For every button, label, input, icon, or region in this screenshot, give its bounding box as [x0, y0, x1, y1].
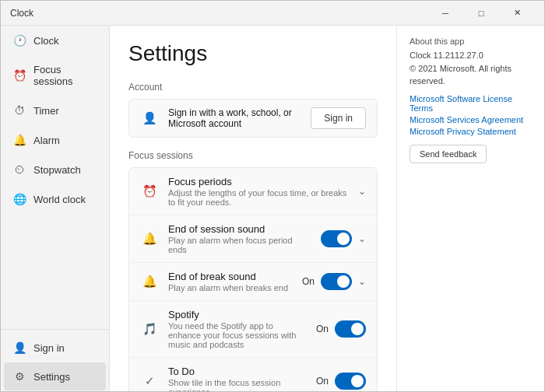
end-session-sound-row: 🔔 End of session sound Play an alarm whe…: [129, 215, 377, 263]
about-version: Clock 11.2112.27.0: [410, 51, 483, 60]
todo-icon: ✓: [140, 372, 159, 390]
signin-text: Sign in with a work, school, or Microsof…: [168, 107, 301, 129]
focus-periods-chevron[interactable]: ⌄: [358, 186, 366, 197]
signin-row: 👤 Sign in with a work, school, or Micros…: [129, 100, 377, 137]
focus-sessions-card: ⏰ Focus periods Adjust the lengths of yo…: [128, 167, 378, 391]
feedback-button[interactable]: Send feedback: [410, 145, 487, 163]
focus-periods-row: ⏰ Focus periods Adjust the lengths of yo…: [129, 168, 377, 215]
timer-icon: ⏱: [13, 104, 26, 117]
sidebar-label-clock: Clock: [33, 35, 59, 47]
end-session-chevron[interactable]: ⌄: [358, 233, 366, 244]
world-clock-icon: 🌐: [13, 193, 26, 205]
sidebar-label-timer: Timer: [33, 105, 59, 117]
sidebar-label-stopwatch: Stopwatch: [33, 164, 81, 176]
end-break-icon: 🔔: [140, 272, 159, 291]
sidebar-item-settings[interactable]: ⚙ Settings: [4, 362, 106, 390]
end-break-toggle[interactable]: [321, 273, 352, 290]
sidebar-item-timer[interactable]: ⏱ Timer: [4, 96, 106, 124]
stopwatch-icon: ⏲: [13, 163, 26, 176]
todo-on-label: On: [316, 376, 329, 387]
sidebar-label-world-clock: World clock: [33, 194, 86, 205]
spotify-desc: You need the Spotify app to enhance your…: [168, 321, 307, 349]
focus-icon: ⏰: [13, 69, 26, 82]
main-area: Settings Account 👤 Sign in with a work, …: [110, 26, 544, 391]
account-card: 👤 Sign in with a work, school, or Micros…: [128, 99, 378, 138]
spotify-on-label: On: [316, 324, 329, 334]
settings-icon: ⚙: [13, 370, 26, 383]
sidebar-item-focus-sessions[interactable]: ⏰ Focus sessions: [4, 56, 106, 95]
about-copyright: © 2021 Microsoft. All rights reserved.: [410, 64, 512, 86]
todo-title: To Do: [168, 366, 307, 377]
license-terms-link[interactable]: Microsoft Software License Terms: [410, 94, 532, 113]
end-session-icon: 🔔: [140, 229, 159, 248]
account-section-label: Account: [128, 82, 378, 93]
todo-desc: Show tile in the focus session experienc…: [168, 378, 307, 391]
end-break-on-label: On: [302, 276, 315, 287]
spotify-row: 🎵 Spotify You need the Spotify app to en…: [129, 301, 377, 358]
page-title: Settings: [128, 41, 378, 66]
account-icon: 👤: [140, 109, 159, 128]
end-break-sound-row: 🔔 End of break sound Play an alarm when …: [129, 263, 377, 301]
sidebar-label-alarm: Alarm: [33, 135, 60, 146]
sidebar-item-stopwatch[interactable]: ⏲ Stopwatch: [4, 156, 106, 184]
minimize-button[interactable]: ─: [427, 1, 463, 26]
sidebar-label-settings: Settings: [33, 371, 70, 383]
spotify-toggle[interactable]: [335, 320, 366, 338]
focus-periods-icon: ⏰: [140, 182, 159, 201]
end-break-desc: Play an alarm when breaks end: [168, 283, 293, 292]
alarm-icon: 🔔: [13, 134, 26, 146]
end-session-desc: Play an alarm when focus period ends: [168, 236, 311, 254]
about-title: About this app: [410, 37, 532, 46]
sidebar-item-world-clock[interactable]: 🌐 World clock: [4, 185, 106, 213]
end-session-title: End of session sound: [168, 223, 311, 235]
focus-sessions-section-label: Focus sessions: [128, 150, 378, 161]
privacy-statement-link[interactable]: Microsoft Privacy Statement: [410, 127, 532, 136]
close-button[interactable]: ✕: [499, 1, 535, 26]
services-agreement-link[interactable]: Microsoft Services Agreement: [410, 115, 532, 124]
focus-periods-desc: Adjust the lengths of your focus time, o…: [168, 188, 349, 207]
todo-toggle[interactable]: [335, 373, 366, 390]
about-panel: About this app Clock 11.2112.27.0 © 2021…: [396, 26, 544, 391]
sidebar-label-focus: Focus sessions: [33, 64, 97, 87]
end-session-toggle[interactable]: [321, 230, 352, 247]
restore-button[interactable]: □: [463, 1, 499, 26]
end-break-title: End of break sound: [168, 271, 293, 282]
app-title: Clock: [10, 8, 33, 19]
spotify-icon: 🎵: [140, 320, 159, 338]
sidebar-item-clock[interactable]: 🕐 Clock: [4, 26, 106, 54]
sidebar: 🕐 Clock ⏰ Focus sessions ⏱ Timer 🔔 Alarm…: [1, 26, 110, 391]
sign-in-icon: 👤: [13, 341, 26, 354]
spotify-title: Spotify: [168, 309, 307, 320]
titlebar: Clock ─ □ ✕: [1, 1, 544, 26]
sidebar-bottom: 👤 Sign in ⚙ Settings: [1, 329, 109, 391]
sidebar-item-sign-in[interactable]: 👤 Sign in: [4, 334, 106, 362]
clock-icon: 🕐: [13, 34, 26, 47]
sidebar-item-alarm[interactable]: 🔔 Alarm: [4, 126, 106, 154]
signin-button[interactable]: Sign in: [311, 107, 366, 129]
todo-row: ✓ To Do Show tile in the focus session e…: [129, 358, 377, 391]
end-break-chevron[interactable]: ⌄: [358, 276, 366, 287]
titlebar-title: Clock: [10, 8, 427, 19]
settings-panel: Settings Account 👤 Sign in with a work, …: [110, 26, 396, 391]
focus-periods-title: Focus periods: [168, 176, 349, 187]
sidebar-label-sign-in: Sign in: [33, 342, 65, 354]
titlebar-controls: ─ □ ✕: [427, 1, 535, 26]
